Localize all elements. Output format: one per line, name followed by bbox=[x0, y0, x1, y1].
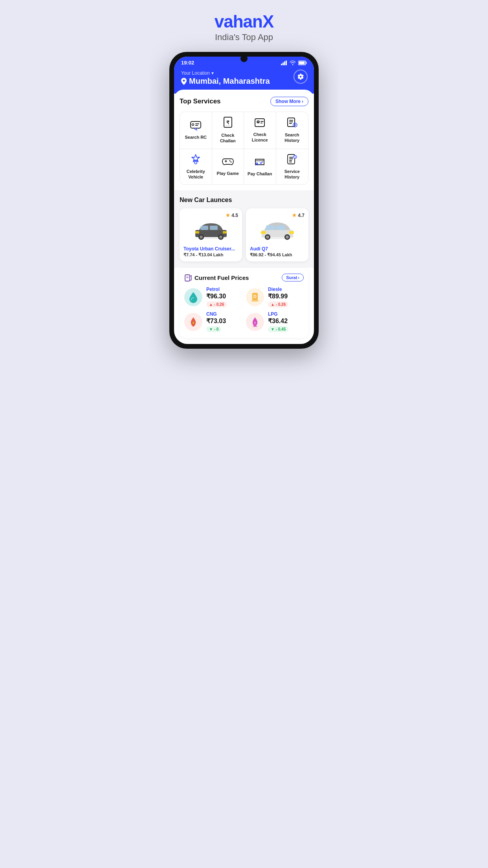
location-city: Mumbai, Maharashtra bbox=[181, 77, 307, 86]
svg-rect-36 bbox=[289, 158, 293, 159]
fuel-item-lpg: LPG ₹36.42 ▼ - 0.45 bbox=[246, 311, 304, 332]
fuel-pump-icon bbox=[184, 273, 192, 282]
svg-rect-23 bbox=[289, 120, 293, 121]
services-header: Top Services Show More › bbox=[180, 97, 308, 106]
svg-point-32 bbox=[230, 161, 231, 162]
svg-rect-2 bbox=[284, 61, 285, 65]
service-service-history[interactable]: Service History bbox=[276, 149, 308, 185]
svg-rect-24 bbox=[289, 121, 293, 122]
fuel-title: Current Fuel Prices bbox=[184, 273, 249, 282]
audi-price: ₹86.92 - ₹94.45 Lakh bbox=[250, 252, 305, 257]
cng-price: ₹73.03 bbox=[206, 317, 226, 325]
audi-name: Audi Q7 bbox=[250, 246, 305, 252]
cars-row: ★ 4.5 bbox=[180, 208, 308, 261]
svg-point-28 bbox=[194, 162, 197, 164]
svg-rect-1 bbox=[283, 63, 284, 65]
svg-rect-20 bbox=[261, 121, 264, 122]
cng-flame-icon bbox=[189, 316, 198, 327]
svg-rect-61 bbox=[186, 276, 189, 278]
check-licence-icon bbox=[254, 118, 265, 129]
check-challan-label: Check Challan bbox=[214, 132, 242, 144]
lpg-name: LPG bbox=[268, 311, 288, 317]
fuel-prices-card: Current Fuel Prices Surat › bbox=[180, 268, 308, 338]
svg-rect-52 bbox=[266, 225, 275, 230]
svg-rect-49 bbox=[223, 231, 227, 234]
celebrity-vehicle-icon bbox=[190, 154, 202, 166]
svg-rect-3 bbox=[286, 61, 287, 65]
play-game-icon bbox=[222, 157, 234, 168]
service-celebrity-vehicle[interactable]: Celebrity Vehicle bbox=[180, 149, 212, 185]
service-play-game[interactable]: Play Game bbox=[212, 149, 244, 185]
diesel-icon-circle: D bbox=[246, 288, 264, 306]
play-game-label: Play Game bbox=[217, 171, 239, 176]
car-card-toyota[interactable]: ★ 4.5 bbox=[180, 208, 242, 261]
toyota-price: ₹7.74 - ₹13.04 Lakh bbox=[183, 252, 238, 257]
search-rc-icon bbox=[190, 120, 202, 132]
svg-rect-16 bbox=[255, 119, 264, 127]
search-history-icon bbox=[286, 117, 297, 130]
car-card-audi[interactable]: ★ 4.7 bbox=[246, 208, 308, 261]
svg-rect-58 bbox=[261, 231, 266, 234]
fuel-location-pill[interactable]: Surat › bbox=[282, 274, 304, 281]
svg-point-47 bbox=[219, 235, 222, 239]
service-check-challan[interactable]: ₹ Check Challan bbox=[212, 112, 244, 149]
svg-point-57 bbox=[286, 235, 289, 239]
svg-rect-65 bbox=[253, 326, 257, 327]
lpg-info: LPG ₹36.42 ▼ - 0.45 bbox=[268, 311, 288, 332]
services-title: Top Services bbox=[180, 97, 221, 105]
toyota-name: Toyota Urban Cruiser... bbox=[183, 246, 238, 252]
services-grid: Search RC ₹ Check Challan bbox=[180, 112, 308, 185]
diesel-icon: D bbox=[250, 291, 260, 303]
fuel-item-cng: CNG ₹73.03 ▼ - 0 bbox=[184, 311, 242, 332]
cng-change: ▼ - 0 bbox=[206, 326, 221, 332]
gear-icon bbox=[297, 73, 304, 80]
app-header: vahanX India's Top App bbox=[215, 12, 274, 42]
svg-rect-37 bbox=[289, 160, 292, 161]
petrol-drop-icon bbox=[188, 291, 198, 303]
lpg-change: ▼ - 0.45 bbox=[268, 326, 288, 332]
new-car-launches-section: New Car Launces ★ 4.5 bbox=[174, 190, 314, 268]
svg-rect-48 bbox=[195, 231, 199, 234]
status-bar: 19:02 bbox=[174, 57, 314, 67]
svg-rect-25 bbox=[289, 123, 292, 124]
check-challan-icon: ₹ bbox=[223, 117, 233, 130]
diesel-info: Diesle ₹89.99 ▲ - 0.26 bbox=[268, 287, 288, 307]
status-icons bbox=[281, 61, 307, 65]
lpg-icon-circle bbox=[246, 313, 264, 331]
svg-rect-9 bbox=[195, 123, 199, 124]
app-title: vahanX bbox=[215, 12, 274, 31]
show-more-button[interactable]: Show More › bbox=[270, 97, 308, 106]
diesel-name: Diesle bbox=[268, 287, 288, 292]
service-check-licence[interactable]: Check Licence bbox=[244, 112, 276, 149]
svg-rect-35 bbox=[289, 157, 293, 158]
phone-screen: 19:02 bbox=[174, 57, 314, 344]
svg-rect-64 bbox=[251, 300, 259, 302]
search-rc-label: Search RC bbox=[185, 134, 207, 140]
diesel-price: ₹89.99 bbox=[268, 292, 288, 300]
phone-frame: 19:02 bbox=[169, 52, 319, 349]
svg-rect-42 bbox=[200, 226, 208, 230]
svg-point-45 bbox=[200, 235, 203, 239]
svg-rect-21 bbox=[261, 123, 262, 123]
search-history-label: Search History bbox=[278, 132, 307, 143]
svg-rect-15 bbox=[226, 125, 230, 126]
settings-button[interactable] bbox=[294, 70, 308, 84]
app-title-highlight: X bbox=[262, 12, 273, 31]
svg-point-8 bbox=[192, 124, 194, 126]
service-search-history[interactable]: Search History bbox=[276, 112, 308, 149]
service-search-rc[interactable]: Search RC bbox=[180, 112, 212, 149]
fuel-item-petrol: Petrol ₹96.30 ▲ - 0.26 bbox=[184, 287, 242, 307]
fuel-header: Current Fuel Prices Surat › bbox=[184, 273, 304, 282]
toyota-image bbox=[183, 218, 238, 244]
svg-rect-0 bbox=[281, 64, 282, 65]
app-title-base: vahan bbox=[215, 12, 262, 31]
svg-rect-10 bbox=[195, 125, 198, 126]
wifi-icon bbox=[290, 61, 296, 65]
star-icon: ★ bbox=[226, 212, 230, 218]
svg-text:₹: ₹ bbox=[226, 120, 229, 125]
audi-image bbox=[250, 218, 305, 244]
petrol-icon-circle bbox=[184, 288, 202, 306]
svg-point-31 bbox=[229, 160, 230, 161]
service-pay-challan[interactable]: Pay Challan bbox=[244, 149, 276, 185]
svg-rect-53 bbox=[276, 225, 285, 230]
